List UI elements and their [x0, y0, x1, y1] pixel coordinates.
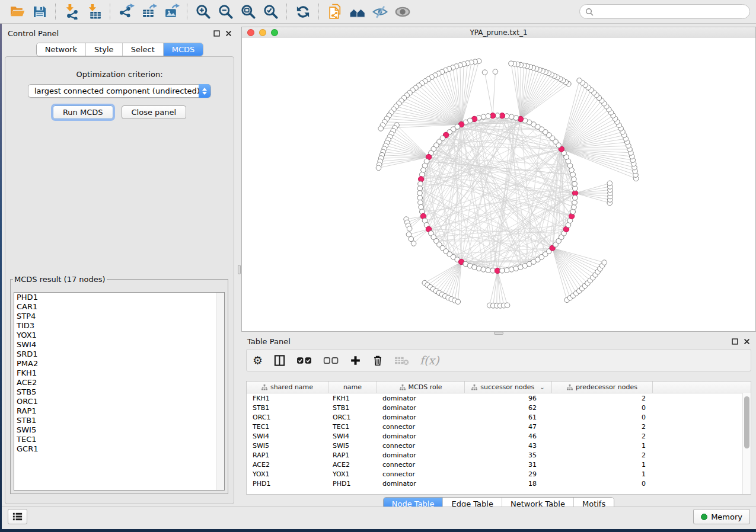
- first-neighbors-button[interactable]: [346, 2, 369, 21]
- memory-button[interactable]: Memory: [693, 509, 750, 524]
- column-header-predecessor-nodes[interactable]: predecessor nodes: [552, 382, 653, 393]
- zoom-fit-button[interactable]: [237, 2, 260, 21]
- zoom-selected-button[interactable]: [260, 2, 282, 21]
- table-cell: 2: [552, 451, 653, 459]
- table-row[interactable]: ACE2ACE2connector311: [247, 460, 751, 469]
- table-cell: ACE2: [247, 461, 328, 469]
- tab-mcds[interactable]: MCDS: [164, 43, 203, 56]
- list-item[interactable]: RAP1: [14, 406, 224, 416]
- float-panel-icon[interactable]: [732, 338, 738, 345]
- list-item[interactable]: TID3: [14, 321, 224, 331]
- list-item[interactable]: SWI5: [14, 425, 224, 435]
- list-icon: [12, 512, 23, 521]
- task-history-button[interactable]: [8, 509, 27, 524]
- list-item[interactable]: ACE2: [14, 378, 224, 387]
- show-all-button[interactable]: [391, 2, 414, 21]
- network-from-file-button[interactable]: [324, 2, 346, 21]
- search-field[interactable]: [579, 4, 750, 19]
- list-item[interactable]: SWI4: [14, 340, 224, 350]
- delete-column-icon[interactable]: [372, 351, 384, 369]
- table-row[interactable]: SWI5SWI5connector431: [247, 441, 751, 450]
- table-cell: 47: [465, 423, 552, 431]
- zoom-in-button[interactable]: [192, 2, 215, 21]
- table-options-icon[interactable]: ⚙: [253, 351, 263, 369]
- deselect-all-rows-icon[interactable]: [323, 351, 339, 369]
- import-network-button[interactable]: [60, 2, 83, 21]
- table-scrollbar[interactable]: [742, 393, 751, 494]
- main-toolbar: [0, 0, 756, 24]
- list-item[interactable]: SRD1: [14, 350, 224, 359]
- column-header-shared-name[interactable]: shared name: [247, 382, 328, 393]
- list-item[interactable]: STP4: [14, 312, 224, 321]
- toolbar-separator: [55, 4, 56, 20]
- close-panel-button[interactable]: Close panel: [122, 105, 187, 119]
- table-row[interactable]: TEC1TEC1connector472: [247, 422, 751, 431]
- close-panel-icon[interactable]: [225, 30, 232, 37]
- table-cell: 29: [465, 470, 552, 478]
- splitter-grip[interactable]: [238, 265, 241, 274]
- list-item[interactable]: STB1: [14, 416, 224, 425]
- export-table-button[interactable]: [138, 2, 160, 21]
- network-canvas[interactable]: [242, 38, 755, 331]
- tab-select[interactable]: Select: [123, 43, 164, 56]
- houses-icon: [349, 4, 366, 20]
- table-cell: STB1: [247, 404, 328, 412]
- mcds-result-group: MCDS result (17 nodes) PHD1CAR1STP4TID3Y…: [10, 275, 228, 494]
- list-item[interactable]: PHD1: [14, 293, 224, 302]
- table-row[interactable]: FKH1FKH1dominator962: [247, 393, 751, 403]
- column-header-successor-nodes[interactable]: successor nodes ⌄: [465, 382, 552, 393]
- refresh-view-button[interactable]: [292, 2, 314, 21]
- criterion-dropdown[interactable]: largest connected component (undirected): [28, 84, 211, 98]
- table-cell: PHD1: [328, 480, 377, 488]
- column-header-mcds-role[interactable]: MCDS role: [377, 382, 465, 393]
- list-item[interactable]: GCR1: [14, 444, 224, 454]
- mcds-result-list[interactable]: PHD1CAR1STP4TID3YOX1SWI4SRD1PMA2FKH1ACE2…: [14, 292, 225, 491]
- table-row[interactable]: PHD1PHD1dominator180: [247, 479, 751, 488]
- float-panel-icon[interactable]: [213, 30, 220, 37]
- table-row[interactable]: YOX1YOX1connector291: [247, 469, 751, 479]
- import-table-icon: [87, 4, 103, 20]
- list-item[interactable]: TEC1: [14, 435, 224, 444]
- table-cell: YOX1: [328, 470, 377, 478]
- network-graph[interactable]: [242, 38, 755, 331]
- table-cell: TEC1: [328, 423, 377, 431]
- mcds-list-scrollbar[interactable]: [216, 293, 224, 490]
- table-cell: 1: [552, 461, 653, 469]
- table-row[interactable]: SWI4SWI4dominator462: [247, 431, 751, 441]
- close-panel-icon[interactable]: [744, 338, 750, 345]
- list-item[interactable]: FKH1: [14, 368, 224, 378]
- zoom-out-button[interactable]: [215, 2, 237, 21]
- show-columns-icon[interactable]: [273, 351, 286, 369]
- eye-icon: [394, 4, 411, 20]
- list-item[interactable]: YOX1: [14, 331, 224, 340]
- save-icon: [32, 4, 47, 20]
- select-all-rows-icon[interactable]: [296, 351, 312, 369]
- table-cell: RAP1: [328, 451, 377, 459]
- list-item[interactable]: STB5: [14, 387, 224, 397]
- export-image-button[interactable]: [160, 2, 183, 21]
- search-input[interactable]: [594, 7, 744, 17]
- tab-network[interactable]: Network: [37, 43, 86, 56]
- tab-style[interactable]: Style: [86, 43, 123, 56]
- export-network-button[interactable]: [115, 2, 138, 21]
- search-icon: [585, 8, 594, 16]
- table-scrollbar-thumb[interactable]: [744, 396, 749, 448]
- list-item[interactable]: PMA2: [14, 359, 224, 368]
- list-item[interactable]: CAR1: [14, 302, 224, 312]
- hide-selected-button[interactable]: [369, 2, 391, 21]
- table-row[interactable]: ORC1ORC1dominator610: [247, 412, 751, 422]
- import-table-button[interactable]: [83, 2, 106, 21]
- column-header-name[interactable]: name: [328, 382, 377, 393]
- list-item[interactable]: ORC1: [14, 397, 224, 406]
- toolbar-separator: [286, 4, 288, 20]
- table-row[interactable]: STB1STB1dominator620: [247, 403, 751, 412]
- run-mcds-button[interactable]: Run MCDS: [53, 105, 113, 119]
- open-file-button[interactable]: [6, 2, 28, 21]
- save-session-button[interactable]: [28, 2, 51, 21]
- network-window-titlebar[interactable]: YPA_prune.txt_1: [242, 27, 755, 39]
- zoom-fit-icon: [240, 4, 257, 20]
- table-row[interactable]: RAP1RAP1dominator352: [247, 450, 751, 460]
- table-cell: 35: [465, 451, 552, 459]
- table-cell: ORC1: [247, 414, 328, 421]
- add-column-icon[interactable]: [350, 351, 361, 369]
